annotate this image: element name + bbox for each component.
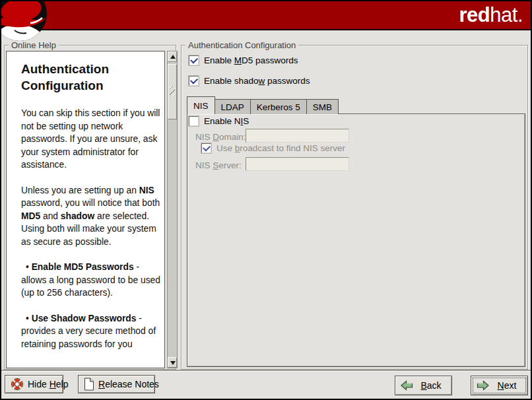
release-notes-button[interactable]: Release Notes (78, 375, 155, 393)
tab-nis[interactable]: NIS (187, 96, 215, 114)
nis-server-input[interactable] (246, 157, 349, 171)
back-label: Back (417, 380, 445, 391)
tab-smb[interactable]: SMB (306, 99, 339, 114)
redhat-wordmark: redhat. (459, 3, 523, 27)
arrow-right-icon (477, 380, 489, 391)
help-title: Authentication Configuration (21, 61, 162, 94)
release-notes-label: Release Notes (98, 379, 159, 389)
tab-ldap[interactable]: LDAP (215, 99, 251, 114)
scrollbar-grip-icon (170, 86, 175, 96)
use-broadcast-label: Use broadcast to find NIS server (216, 143, 345, 153)
header-bar: redhat. (1, 1, 531, 30)
help-text-viewport: Authentication Configuration You can ski… (6, 51, 165, 368)
hide-help-label: Hide Help (28, 379, 69, 389)
scroll-up-button[interactable] (168, 51, 177, 62)
auth-config-frame: Authentication Configuration Enable MD5 … (181, 45, 528, 370)
nis-domain-input[interactable] (246, 129, 349, 143)
hide-help-button[interactable]: Hide Help (5, 375, 63, 393)
enable-nis-checkbox[interactable] (189, 116, 199, 126)
enable-shadow-label: Enable shadow passwords (204, 76, 310, 86)
enable-nis-label: Enable NIS (204, 116, 249, 126)
nis-server-label: NIS Server: (195, 160, 242, 170)
enable-md5-checkbox[interactable] (189, 55, 199, 65)
help-paragraph: Unless you are setting up an NIS passwor… (21, 184, 162, 249)
enable-shadow-checkbox-row[interactable]: Enable shadow passwords (189, 76, 310, 86)
nis-domain-label: NIS Domain: (195, 132, 246, 142)
document-icon (84, 378, 94, 391)
help-content: Authentication Configuration You can ski… (7, 51, 164, 350)
help-bullet: • Enable MD5 Passwords - allows a long p… (21, 261, 162, 300)
footer-separator (1, 370, 531, 371)
installer-window: redhat. Online Help Authentication Confi… (0, 0, 532, 400)
scroll-down-button[interactable] (168, 357, 177, 368)
triangle-up-icon (170, 55, 176, 59)
auth-config-frame-label: Authentication Configuration (185, 40, 298, 50)
enable-md5-label: Enable MD5 passwords (204, 55, 298, 65)
scrollbar-thumb[interactable] (168, 64, 177, 119)
auth-tabs: NIS LDAP Kerberos 5 SMB (187, 97, 338, 114)
help-paragraph: You can skip this section if you will no… (21, 107, 162, 172)
redhat-shadowman-icon (1, 1, 49, 44)
triangle-down-icon (170, 361, 176, 365)
help-bullet: • Use Shadow Passwords - provides a very… (21, 312, 162, 351)
next-label: Next (493, 380, 521, 391)
enable-nis-checkbox-row[interactable]: Enable NIS (189, 116, 249, 126)
enable-shadow-checkbox[interactable] (189, 76, 199, 86)
help-scrollbar[interactable] (167, 51, 178, 368)
enable-md5-checkbox-row[interactable]: Enable MD5 passwords (189, 55, 298, 65)
online-help-frame: Online Help Authentication Configuration… (4, 45, 176, 370)
tab-kerberos5[interactable]: Kerberos 5 (250, 99, 307, 114)
use-broadcast-checkbox-row[interactable]: Use broadcast to find NIS server (201, 143, 345, 153)
back-button[interactable]: Back (395, 376, 452, 395)
lifebuoy-help-icon (11, 378, 24, 391)
arrow-left-icon (401, 380, 413, 391)
use-broadcast-checkbox[interactable] (201, 143, 211, 153)
nis-tab-page: Enable NIS NIS Domain: Use broadcast to … (187, 114, 525, 367)
next-button[interactable]: Next (471, 376, 528, 395)
